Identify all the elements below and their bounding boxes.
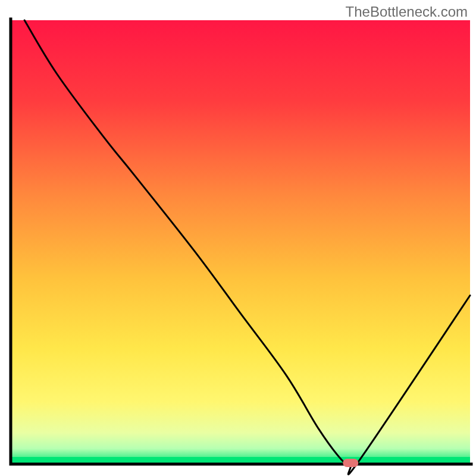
chart-svg	[0, 0, 476, 476]
optimal-marker	[343, 459, 358, 467]
watermark-text: TheBottleneck.com	[346, 4, 468, 20]
bottleneck-chart: TheBottleneck.com	[0, 0, 476, 476]
